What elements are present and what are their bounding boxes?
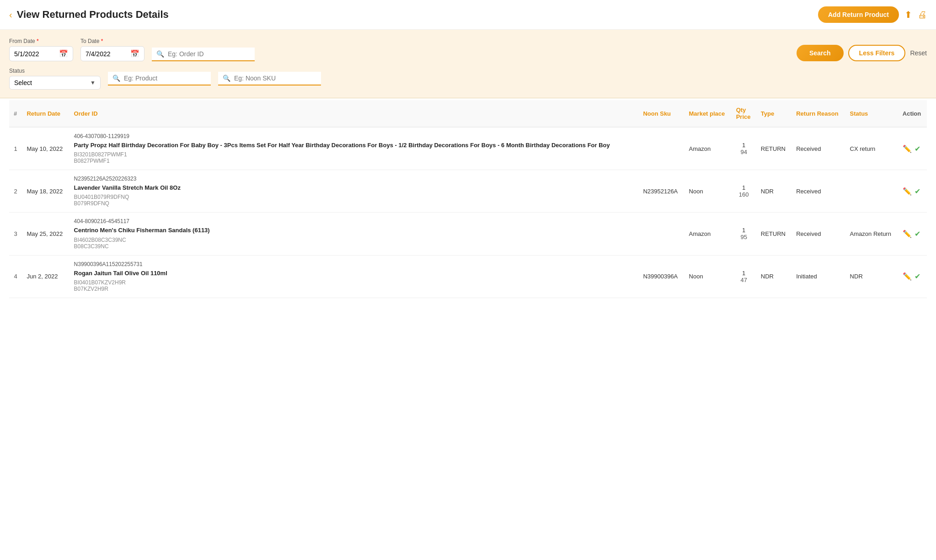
cell-return-date: May 18, 2022: [22, 170, 69, 213]
page-title: View Returned Products Details: [17, 9, 169, 21]
noon-sku-search-wrap[interactable]: 🔍: [218, 72, 321, 85]
cell-status: [845, 170, 898, 213]
cell-order-id: N39900396A115202255731 Rogan Jaitun Tail…: [70, 255, 639, 298]
order-id-number: N23952126A2520226323: [74, 176, 634, 182]
add-return-button[interactable]: Add Return Product: [818, 6, 899, 23]
back-arrow-icon[interactable]: ‹: [9, 10, 12, 20]
cell-order-id: 404-8090216-4545117 Centrino Men's Chiku…: [70, 213, 639, 255]
from-date-required: *: [37, 38, 39, 44]
order-sku-line2: B07KZV2H9R: [74, 286, 634, 292]
order-id-number: N39900396A115202255731: [74, 261, 634, 267]
table-row: 2 May 18, 2022 N23952126A2520226323 Lave…: [9, 170, 927, 213]
status-group: Status Select ▼: [9, 68, 101, 90]
cell-status: CX return: [845, 127, 898, 170]
edit-icon[interactable]: ✏️: [903, 272, 912, 281]
cell-noon-sku: [638, 213, 684, 255]
order-sku-line1: BU0401B079R9DFNQ: [74, 194, 634, 200]
col-header-qty-price: QtyPrice: [732, 100, 756, 127]
order-title: Lavender Vanilla Stretch Mark Oil 8Oz: [74, 184, 634, 192]
check-icon[interactable]: ✔: [915, 229, 920, 238]
from-date-group: From Date * 📅: [9, 38, 73, 61]
qty-value: 1: [736, 142, 752, 149]
cell-return-reason: Received: [792, 213, 845, 255]
order-id-search-icon: 🔍: [156, 50, 164, 58]
cell-order-id: N23952126A2520226323 Lavender Vanilla St…: [70, 170, 639, 213]
cell-return-reason: Initiated: [792, 255, 845, 298]
order-title: Party Propz Half Birthday Decoration For…: [74, 141, 634, 149]
to-date-input-wrap[interactable]: 📅: [80, 46, 144, 61]
qty-value: 1: [736, 227, 752, 234]
table-row: 3 May 25, 2022 404-8090216-4545117 Centr…: [9, 213, 927, 255]
price-value: 94: [736, 149, 752, 155]
edit-icon[interactable]: ✏️: [903, 144, 912, 153]
cell-num: 3: [9, 213, 22, 255]
status-label: Status: [9, 68, 101, 74]
edit-icon[interactable]: ✏️: [903, 229, 912, 238]
cell-noon-sku: N23952126A: [638, 170, 684, 213]
product-search-input[interactable]: [124, 75, 206, 82]
header-left: ‹ View Returned Products Details: [9, 9, 169, 21]
order-id-search-input[interactable]: [168, 50, 250, 58]
search-button[interactable]: Search: [797, 45, 844, 61]
cell-order-id: 406-4307080-1129919 Party Propz Half Bir…: [70, 127, 639, 170]
col-header-hash: #: [9, 100, 22, 127]
header: ‹ View Returned Products Details Add Ret…: [0, 0, 936, 30]
col-header-marketplace: Market place: [685, 100, 732, 127]
print-icon-button[interactable]: 🖨: [918, 10, 927, 20]
check-icon[interactable]: ✔: [915, 144, 920, 153]
filters-row1: From Date * 📅 To Date * 📅 🔍: [9, 38, 927, 61]
cell-num: 1: [9, 127, 22, 170]
cell-num: 2: [9, 170, 22, 213]
cell-marketplace: Noon: [685, 170, 732, 213]
order-sku-line1: BI0401B07KZV2H9R: [74, 279, 634, 286]
order-sku-line1: BI4602B08C3C39NC: [74, 237, 634, 243]
to-date-calendar-icon[interactable]: 📅: [130, 49, 139, 58]
order-id-number: 406-4307080-1129919: [74, 133, 634, 139]
cell-status: Amazon Return: [845, 213, 898, 255]
cell-marketplace: Amazon: [685, 127, 732, 170]
from-date-calendar-icon[interactable]: 📅: [59, 49, 68, 58]
col-header-return-reason: Return Reason: [792, 100, 845, 127]
from-date-input[interactable]: [14, 50, 55, 58]
noon-sku-search-input[interactable]: [234, 75, 316, 82]
reset-button[interactable]: Reset: [910, 49, 927, 57]
product-search-icon: 🔍: [112, 75, 120, 82]
order-id-number: 404-8090216-4545117: [74, 218, 634, 224]
cell-status: NDR: [845, 255, 898, 298]
upload-icon-button[interactable]: ⬆: [904, 9, 912, 20]
chevron-down-icon: ▼: [90, 80, 96, 86]
col-header-noon-sku: Noon Sku: [638, 100, 684, 127]
cell-action: ✏️ ✔: [898, 213, 927, 255]
to-date-input[interactable]: [86, 50, 127, 58]
price-value: 47: [736, 277, 752, 283]
cell-qty-price: 1 94: [732, 127, 756, 170]
cell-return-date: Jun 2, 2022: [22, 255, 69, 298]
check-icon[interactable]: ✔: [915, 187, 920, 196]
status-select[interactable]: Select: [14, 79, 86, 86]
status-select-wrap[interactable]: Select ▼: [9, 76, 101, 90]
col-header-action: Action: [898, 100, 927, 127]
less-filters-button[interactable]: Less Filters: [848, 45, 906, 61]
edit-icon[interactable]: ✏️: [903, 187, 912, 196]
price-value: 160: [736, 191, 752, 198]
header-right: Add Return Product ⬆ 🖨: [818, 6, 927, 23]
from-date-input-wrap[interactable]: 📅: [9, 46, 73, 61]
action-buttons: ✏️ ✔: [903, 144, 922, 153]
cell-return-reason: Received: [792, 170, 845, 213]
noon-sku-search-icon: 🔍: [223, 75, 230, 82]
to-date-label: To Date *: [80, 38, 144, 44]
qty-value: 1: [736, 184, 752, 191]
table-row: 1 May 10, 2022 406-4307080-1129919 Party…: [9, 127, 927, 170]
cell-return-date: May 10, 2022: [22, 127, 69, 170]
check-icon[interactable]: ✔: [915, 272, 920, 281]
cell-qty-price: 1 47: [732, 255, 756, 298]
cell-type: RETURN: [756, 213, 792, 255]
col-header-type: Type: [756, 100, 792, 127]
product-search-wrap[interactable]: 🔍: [108, 72, 211, 85]
order-id-search-wrap[interactable]: 🔍: [152, 48, 255, 61]
order-title: Centrino Men's Chiku Fisherman Sandals (…: [74, 226, 634, 235]
to-date-required: *: [101, 38, 103, 44]
price-value: 95: [736, 234, 752, 240]
cell-num: 4: [9, 255, 22, 298]
order-sku-line2: B0827PWMF1: [74, 158, 634, 164]
